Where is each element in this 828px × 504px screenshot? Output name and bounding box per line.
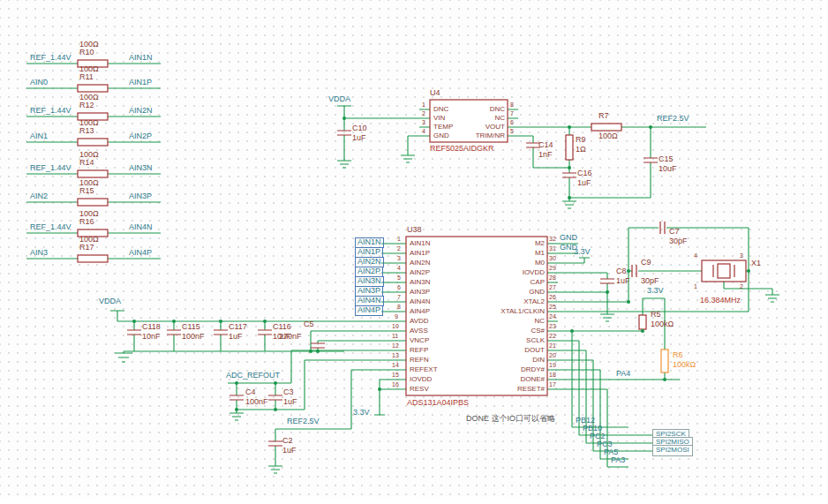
component-value[interactable]: 1uF [577, 179, 591, 188]
net-label[interactable]: AIN1N [129, 54, 153, 63]
component-value[interactable]: 100nF [245, 398, 268, 407]
port-flag[interactable]: SPI2MOSI [652, 445, 693, 456]
pin-number: 4 [422, 128, 425, 135]
component-value[interactable]: 100nF [182, 333, 205, 342]
component-value[interactable]: 1Ω [576, 146, 586, 154]
component-value[interactable]: 10nF [142, 333, 161, 342]
component-value[interactable]: 100Ω [598, 132, 618, 141]
ground-icon [401, 155, 415, 162]
power-flag-label[interactable]: 3.3V [353, 409, 370, 417]
component-ref[interactable]: R6 [673, 351, 683, 360]
net-label[interactable]: ADC_REFOUT [226, 372, 280, 380]
component-value[interactable]: 1uF [283, 398, 297, 407]
component-ref[interactable]: C118 [142, 323, 161, 332]
net-label[interactable]: AIN3 [30, 249, 48, 258]
pin-number: 4 [397, 265, 401, 272]
net-label[interactable]: AIN3P [129, 192, 152, 201]
highlighted-component[interactable] [661, 350, 668, 372]
capacitor-icon [562, 173, 576, 177]
component-ref[interactable]: R17 [79, 244, 94, 252]
component-ref[interactable]: C9 [641, 259, 651, 267]
net-label[interactable]: PA4 [616, 370, 630, 379]
component-ref[interactable]: R13 [79, 127, 94, 136]
component-ref[interactable]: R7 [598, 112, 609, 121]
component-ref[interactable]: C14 [538, 141, 553, 150]
pin-name: VOUT [440, 124, 505, 132]
net-label[interactable]: REF_1.44V [30, 164, 72, 173]
annotation-note[interactable]: DONE 这个IO口可以省略 [466, 415, 555, 424]
component-value[interactable]: 10uF [659, 165, 677, 174]
power-flag-label[interactable]: 3.3V [647, 287, 664, 296]
net-label[interactable]: AIN4P [129, 249, 152, 258]
component-value[interactable]: 30pF [669, 237, 688, 246]
resistor-body [591, 124, 621, 131]
net-label[interactable]: PA3 [611, 456, 625, 465]
ic-refdes[interactable]: U4 [430, 89, 440, 98]
component-ref[interactable]: C4 [245, 388, 256, 397]
net-label[interactable]: AIN1P [129, 79, 152, 87]
net-label[interactable]: REF2.5V [287, 417, 320, 426]
net-label[interactable]: AIN2P [129, 132, 152, 141]
component-value[interactable]: 1uF [616, 277, 630, 286]
component-ref[interactable]: C116 [273, 323, 291, 332]
component-ref[interactable]: R10 [79, 49, 94, 57]
component-value[interactable]: 100kΩ [673, 361, 696, 370]
component-ref[interactable]: C5 [304, 320, 314, 329]
component-ref[interactable]: C117 [229, 323, 247, 332]
component-ref[interactable]: C7 [669, 228, 680, 237]
component-value[interactable]: 100kΩ [651, 320, 674, 329]
component-ref[interactable]: C16 [577, 169, 592, 178]
wire [110, 311, 395, 321]
ic-partnumber[interactable]: ADS131A04IPBS [407, 399, 469, 408]
ground-icon [765, 295, 779, 302]
pin-number: 14 [392, 362, 399, 369]
net-label[interactable]: AIN1 [30, 132, 48, 141]
component-value[interactable]: 1uF [282, 447, 297, 455]
component-ref[interactable]: C115 [182, 323, 200, 332]
pin-name: SCLK [477, 337, 545, 345]
component-ref[interactable]: C2 [282, 437, 293, 446]
net-label[interactable]: AIN0 [30, 79, 48, 87]
capacitor-icon [127, 330, 141, 335]
component-ref[interactable]: C3 [283, 388, 294, 397]
component-ref[interactable]: R14 [79, 159, 94, 168]
net-label[interactable]: AIN4N [129, 223, 153, 232]
power-flag-label[interactable]: VDDA [99, 297, 121, 306]
net-label[interactable]: AIN2N [129, 107, 153, 116]
component-ref[interactable]: C8 [616, 267, 627, 276]
component-value[interactable]: 16.384MHz [700, 297, 741, 305]
resistor-body [78, 85, 108, 92]
component-ref[interactable]: R16 [79, 218, 94, 227]
net-label[interactable]: AIN4P [355, 305, 383, 316]
component-ref[interactable]: X1 [751, 260, 761, 268]
component-ref[interactable]: R11 [79, 73, 94, 82]
component-ref[interactable]: R5 [651, 311, 661, 320]
power-flag-label[interactable]: 3.3V [574, 248, 591, 257]
ic-partnumber[interactable]: REF5025AIDGKR [430, 145, 494, 154]
pin-number: 20 [549, 352, 556, 359]
canvas-margin-right [822, 0, 828, 504]
component-value[interactable]: 270nF [279, 333, 302, 342]
net-label[interactable]: AIN3N [129, 164, 153, 173]
net-label[interactable]: REF2.5V [657, 115, 689, 124]
component-value[interactable]: 1nF [538, 151, 553, 160]
pin-number: 6 [397, 284, 401, 291]
component-value[interactable]: 30pF [641, 277, 659, 286]
net-label[interactable]: REF_1.44V [30, 223, 72, 232]
net-label[interactable]: GND [560, 234, 577, 243]
component-ref[interactable]: R15 [79, 187, 94, 196]
power-flag-label[interactable]: VDDA [328, 95, 350, 104]
net-label[interactable]: AIN2 [30, 192, 48, 201]
capacitor-icon [311, 343, 325, 348]
component-ref[interactable]: R12 [79, 102, 94, 110]
component-ref[interactable]: R9 [576, 136, 586, 145]
pin-number: 6 [510, 119, 514, 126]
component-ref[interactable]: C15 [659, 155, 674, 164]
net-label[interactable]: REF_1.44V [30, 54, 72, 63]
pin-number: 16 [392, 381, 399, 388]
component-ref[interactable]: C10 [352, 124, 367, 133]
net-label[interactable]: REF_1.44V [30, 107, 72, 116]
ic-refdes[interactable]: U38 [407, 226, 422, 235]
component-value[interactable]: 1uF [352, 134, 366, 143]
component-value[interactable]: 1uF [229, 333, 243, 342]
